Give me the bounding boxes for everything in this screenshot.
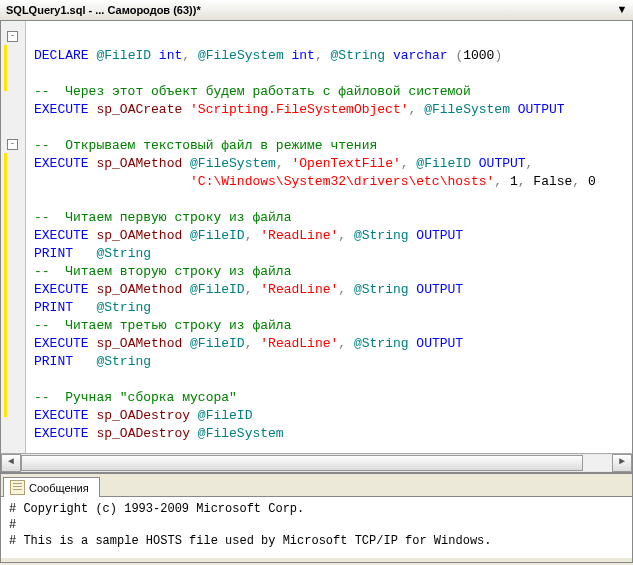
code-line: -- Читаем вторую строку из файла [34,264,291,279]
collapse-toggle-icon[interactable]: - [7,139,18,150]
code-editor[interactable]: - - DECLARE @FileID int, @FileSystem int… [0,21,633,453]
code-line: EXECUTE sp_OAMethod @FileID, 'ReadLine',… [34,336,463,351]
code-line: EXECUTE sp_OACreate 'Scripting.FileSyste… [34,102,565,117]
change-marker [4,153,7,417]
code-line: -- Открываем текстовый файл в режиме чте… [34,138,377,153]
scrollbar-thumb[interactable] [21,455,583,471]
document-tab-title: SQLQuery1.sql - ... Самородов (63))* [6,4,201,16]
code-line: 'C:\Windows\System32\drivers\etc\hosts',… [34,174,596,189]
messages-output[interactable]: # Copyright (c) 1993-2009 Microsoft Corp… [1,496,632,558]
tab-messages[interactable]: Сообщения [3,477,100,497]
code-line: EXECUTE sp_OADestroy @FileID [34,408,252,423]
code-line: EXECUTE sp_OADestroy @FileSystem [34,426,284,441]
messages-icon [10,480,25,495]
scroll-right-arrow-icon[interactable]: ► [612,454,632,472]
code-line: -- Читаем третью строку из файла [34,318,291,333]
change-marker [4,45,7,91]
code-line: -- Ручная "сборка мусора" [34,390,237,405]
editor-gutter: - - [1,21,26,453]
scrollbar-track[interactable] [21,455,612,471]
code-line: -- Читаем первую строку из файла [34,210,291,225]
messages-panel: Сообщения # Copyright (c) 1993-2009 Micr… [0,473,633,563]
code-line: EXECUTE sp_OAMethod @FileID, 'ReadLine',… [34,282,463,297]
tab-dropdown-icon[interactable]: ▼ [615,2,629,16]
code-line: PRINT @String [34,246,151,261]
message-line: # [9,518,16,532]
code-line: -- Через этот объект будем работать с фа… [34,84,471,99]
tab-messages-label: Сообщения [29,482,89,494]
code-line: EXECUTE sp_OAMethod @FileSystem, 'OpenTe… [34,156,533,171]
code-line: PRINT @String [34,354,151,369]
code-line: DECLARE @FileID int, @FileSystem int, @S… [34,48,502,63]
document-tab[interactable]: SQLQuery1.sql - ... Самородов (63))* ▼ [0,0,633,21]
code-area[interactable]: DECLARE @FileID int, @FileSystem int, @S… [26,21,596,453]
results-tabstrip: Сообщения [1,474,632,496]
scroll-left-arrow-icon[interactable]: ◄ [1,454,21,472]
code-line: EXECUTE sp_OAMethod @FileID, 'ReadLine',… [34,228,463,243]
horizontal-scrollbar[interactable]: ◄ ► [0,453,633,473]
message-line: # Copyright (c) 1993-2009 Microsoft Corp… [9,502,304,516]
message-line: # This is a sample HOSTS file used by Mi… [9,534,491,548]
code-line: PRINT @String [34,300,151,315]
collapse-toggle-icon[interactable]: - [7,31,18,42]
